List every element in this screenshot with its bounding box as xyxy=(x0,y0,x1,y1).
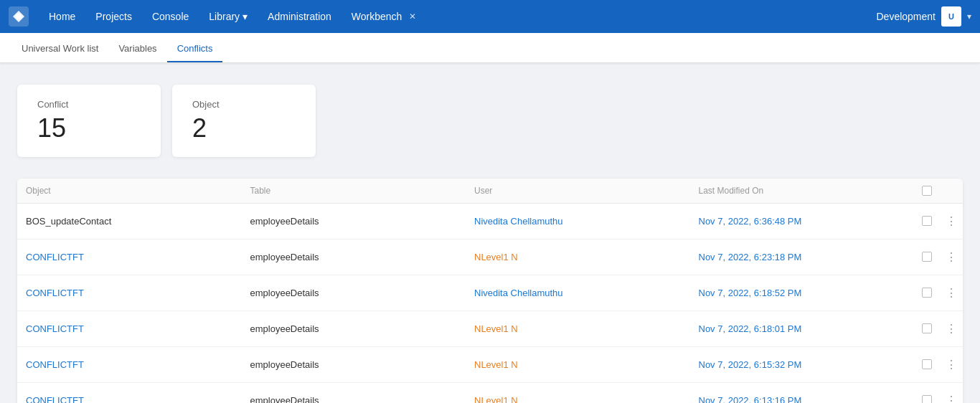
nav-library[interactable]: Library ▾ xyxy=(200,6,256,27)
row-checkbox[interactable] xyxy=(922,216,932,226)
cell-checkbox xyxy=(914,244,940,270)
cell-date: Nov 7, 2022, 6:23:18 PM xyxy=(690,244,915,270)
header-last-modified: Last Modified On xyxy=(690,179,915,203)
cell-table: employeeDetails xyxy=(242,208,466,234)
cell-table: employeeDetails xyxy=(242,244,466,270)
cell-actions: ⋮ xyxy=(940,311,963,346)
cell-object[interactable]: CONFLICTFT xyxy=(17,351,242,378)
cell-checkbox xyxy=(914,351,940,377)
main-content: Conflict 15 Object 2 Object Table User L… xyxy=(0,63,980,403)
avatar[interactable]: U xyxy=(941,6,961,27)
top-navigation: Home Projects Console Library ▾ Administ… xyxy=(0,0,980,33)
row-checkbox[interactable] xyxy=(922,252,932,262)
table-row: CONFLICTFT employeeDetails Nivedita Chel… xyxy=(17,275,963,311)
cell-user[interactable]: NLevel1 N xyxy=(466,244,690,270)
table-row: CONFLICTFT employeeDetails NLevel1 N Nov… xyxy=(17,311,963,347)
nav-items: Home Projects Console Library ▾ Administ… xyxy=(40,6,877,27)
table-row: CONFLICTFT employeeDetails NLevel1 N Nov… xyxy=(17,383,963,403)
cell-date: Nov 7, 2022, 6:15:32 PM xyxy=(690,351,915,378)
cell-actions: ⋮ xyxy=(940,240,963,275)
table-row: CONFLICTFT employeeDetails NLevel1 N Nov… xyxy=(17,240,963,275)
cell-actions: ⋮ xyxy=(940,383,963,403)
table-body: BOS_updateContact employeeDetails Nivedi… xyxy=(17,204,963,403)
table-row: BOS_updateContact employeeDetails Nivedi… xyxy=(17,204,963,240)
cell-date: Nov 7, 2022, 6:36:48 PM xyxy=(690,208,915,234)
conflict-value: 15 xyxy=(37,114,141,143)
table-row: CONFLICTFT employeeDetails NLevel1 N Nov… xyxy=(17,347,963,383)
header-checkbox-col xyxy=(914,179,940,203)
tab-universal-work-list[interactable]: Universal Work list xyxy=(11,36,108,62)
cell-object[interactable]: CONFLICTFT xyxy=(17,244,242,270)
cell-user[interactable]: NLevel1 N xyxy=(466,351,690,378)
tab-conflicts[interactable]: Conflicts xyxy=(167,36,223,62)
cell-object: BOS_updateContact xyxy=(17,208,242,234)
object-value: 2 xyxy=(192,114,296,143)
row-checkbox[interactable] xyxy=(922,288,932,298)
cell-actions: ⋮ xyxy=(940,204,963,239)
cell-checkbox xyxy=(914,316,940,341)
cell-date: Nov 7, 2022, 6:18:52 PM xyxy=(690,280,915,306)
row-checkbox[interactable] xyxy=(922,323,932,333)
header-user: User xyxy=(466,179,690,203)
cell-actions: ⋮ xyxy=(940,275,963,310)
sub-navigation: Universal Work list Variables Conflicts xyxy=(0,33,980,63)
nav-console[interactable]: Console xyxy=(143,6,197,27)
cell-object[interactable]: CONFLICTFT xyxy=(17,316,242,342)
table-header: Object Table User Last Modified On xyxy=(17,179,963,204)
stat-cards: Conflict 15 Object 2 xyxy=(17,85,963,157)
cell-user[interactable]: NLevel1 N xyxy=(466,387,690,403)
tab-variables[interactable]: Variables xyxy=(108,36,166,62)
cell-object[interactable]: CONFLICTFT xyxy=(17,280,242,306)
more-options-button[interactable]: ⋮ xyxy=(948,391,954,403)
cell-table: employeeDetails xyxy=(242,280,466,306)
more-options-button[interactable]: ⋮ xyxy=(948,319,954,338)
object-stat-card: Object 2 xyxy=(172,85,316,157)
cell-actions: ⋮ xyxy=(940,347,963,382)
conflict-stat-card: Conflict 15 xyxy=(17,85,161,157)
more-options-button[interactable]: ⋮ xyxy=(948,247,954,267)
chevron-down-icon: ▾ xyxy=(242,11,248,22)
cell-table: employeeDetails xyxy=(242,316,466,342)
cell-checkbox xyxy=(914,208,940,234)
nav-projects[interactable]: Projects xyxy=(87,6,141,27)
cell-date: Nov 7, 2022, 6:13:16 PM xyxy=(690,387,915,403)
select-all-checkbox[interactable] xyxy=(922,186,932,196)
environment-label: Development xyxy=(877,11,936,22)
cell-checkbox xyxy=(914,280,940,305)
object-label: Object xyxy=(192,99,296,110)
cell-table: employeeDetails xyxy=(242,387,466,403)
more-options-button[interactable]: ⋮ xyxy=(948,355,954,374)
conflicts-table: Object Table User Last Modified On BOS_u… xyxy=(17,179,963,403)
nav-right: Development U ▾ xyxy=(877,6,972,27)
more-options-button[interactable]: ⋮ xyxy=(948,212,954,231)
row-checkbox[interactable] xyxy=(922,395,932,403)
cell-checkbox xyxy=(914,387,940,403)
app-logo[interactable] xyxy=(9,6,29,27)
nav-home[interactable]: Home xyxy=(40,6,84,27)
header-object: Object xyxy=(17,179,242,203)
close-icon[interactable]: ✕ xyxy=(409,11,416,22)
more-options-button[interactable]: ⋮ xyxy=(948,283,954,303)
header-actions-col xyxy=(940,179,963,203)
header-table: Table xyxy=(242,179,466,203)
cell-object[interactable]: CONFLICTFT xyxy=(17,387,242,403)
chevron-down-icon[interactable]: ▾ xyxy=(967,11,971,22)
cell-date: Nov 7, 2022, 6:18:01 PM xyxy=(690,316,915,342)
row-checkbox[interactable] xyxy=(922,359,932,369)
nav-administration[interactable]: Administration xyxy=(259,6,340,27)
cell-user[interactable]: NLevel1 N xyxy=(466,316,690,342)
cell-user[interactable]: Nivedita Chellamuthu xyxy=(466,280,690,306)
conflict-label: Conflict xyxy=(37,99,141,110)
cell-user[interactable]: Nivedita Chellamuthu xyxy=(466,208,690,234)
cell-table: employeeDetails xyxy=(242,351,466,378)
svg-point-1 xyxy=(16,14,22,19)
nav-workbench[interactable]: Workbench ✕ xyxy=(343,6,425,27)
